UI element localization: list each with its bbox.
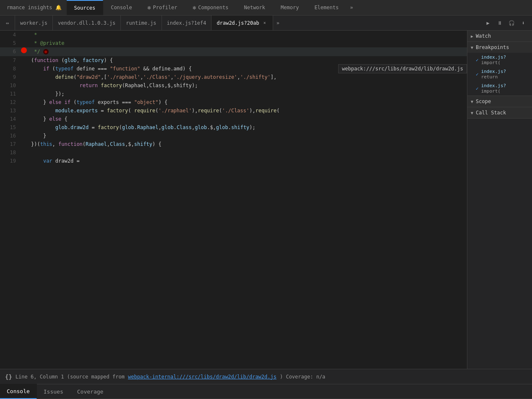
coverage-tab-label: Coverage: [77, 389, 104, 395]
scope-header[interactable]: ▼ Scope: [467, 96, 532, 107]
coverage-text: ) Coverage: n/a: [280, 374, 325, 380]
status-bar: {} Line 6, Column 1 (source mapped from …: [0, 369, 532, 384]
file-tab-worker-label: worker.js: [20, 20, 47, 26]
code-line-6: 6 */ ⊗: [0, 47, 467, 56]
nav-tab-profiler[interactable]: ❄ Profiler: [140, 0, 185, 15]
nav-more-button[interactable]: »: [347, 5, 356, 10]
code-line-19: 19 var draw2d =: [0, 157, 467, 165]
file-tab-worker[interactable]: worker.js: [15, 16, 53, 31]
code-line-16: 16 }: [0, 132, 467, 140]
file-tab-vendor[interactable]: vendor.dll.1.0.3.js: [53, 16, 121, 31]
console-tab-label: Console: [111, 5, 132, 10]
profiler-icon: ❄: [148, 5, 151, 11]
scope-label: Scope: [476, 98, 491, 104]
breakpoint-item-2[interactable]: ✓ index.js? return: [467, 67, 532, 81]
file-tabs-more-button[interactable]: »: [273, 20, 283, 26]
tab-issues[interactable]: Issues: [37, 384, 70, 399]
source-map-link[interactable]: webpack-internal:///src/libs/draw2d/lib/…: [128, 374, 276, 380]
code-editor: webpack:///src/libs/draw2d/lib/draw2d.js…: [0, 31, 467, 369]
memory-tab-label: Memory: [281, 5, 299, 10]
file-tab-draw2d-label: draw2d.js?20ab: [216, 20, 259, 26]
nav-tab-memory[interactable]: Memory: [273, 0, 307, 15]
call-stack-label: Call Stack: [476, 110, 506, 116]
code-line-5: 5 * @private: [0, 39, 467, 47]
code-line-10: 10 return factory(Raphael,Class,$,shifty…: [0, 81, 467, 90]
watch-section: ▶ Watch: [467, 31, 532, 42]
code-line-15: 15 glob.draw2d = factory(glob.Raphael,gl…: [0, 123, 467, 132]
tab-coverage[interactable]: Coverage: [70, 384, 111, 399]
code-line-14: 14 } else {: [0, 115, 467, 123]
code-line-11: 11 });: [0, 90, 467, 98]
call-stack-section: ▼ Call Stack: [467, 107, 532, 119]
call-stack-header[interactable]: ▼ Call Stack: [467, 107, 532, 118]
sidebar-toggle-button[interactable]: ⇔: [0, 16, 15, 31]
network-tab-label: Network: [244, 5, 265, 10]
code-line-9: 9 define("draw2d",['./raphael','./Class'…: [0, 73, 467, 81]
code-line-4: 4 *: [0, 31, 467, 39]
console-tab-label: Console: [7, 388, 30, 394]
breakpoints-section: ▼ Breakpoints ✓ index.js? import( ✓ inde…: [467, 42, 532, 96]
nav-tab-network[interactable]: Network: [236, 0, 273, 15]
watch-header[interactable]: ▶ Watch: [467, 31, 532, 41]
nav-tab-components[interactable]: ❄ Components: [185, 0, 236, 15]
file-tabs-bar: ⇔ worker.js vendor.dll.1.0.3.js runtime.…: [0, 16, 532, 31]
file-tab-index-label: index.js?1ef4: [167, 20, 206, 26]
bottom-section: Console Issues Coverage Default levels i…: [0, 384, 532, 399]
right-panel: ▶ Watch ▼ Breakpoints ✓ index.js? import…: [467, 31, 532, 369]
code-area[interactable]: 4 * 5 * @private 6 */ ⊗ 7 (function (glo: [0, 31, 467, 369]
scope-section: ▼ Scope: [467, 96, 532, 107]
breakpoint-check-icon-3: ✓: [476, 86, 479, 91]
code-line-17: 17 })(this, function(Raphael,Class,$,shi…: [0, 140, 467, 148]
toggle-icon: ⇔: [6, 20, 9, 26]
sources-tab-label: Sources: [74, 5, 96, 11]
nav-tab-console[interactable]: Console: [103, 0, 140, 15]
main-layout: webpack:///src/libs/draw2d/lib/draw2d.js…: [0, 31, 532, 369]
braces-icon: {}: [5, 373, 12, 380]
issues-tab-label: Issues: [44, 389, 63, 395]
breakpoints-label: Breakpoints: [476, 44, 509, 50]
pause-button[interactable]: ⏸: [494, 18, 505, 28]
url-tooltip: webpack:///src/libs/draw2d/lib/draw2d.js: [338, 64, 467, 73]
breakpoints-header[interactable]: ▼ Breakpoints: [467, 42, 532, 53]
code-line-18: 18: [0, 148, 467, 157]
file-tab-index[interactable]: index.js?1ef4: [162, 16, 212, 31]
code-line-7: 7 (function (glob, factory) {: [0, 56, 467, 65]
breakpoint-check-icon: ✓: [476, 57, 479, 63]
watch-chevron-icon: ▶: [471, 34, 473, 39]
watch-label: Watch: [476, 33, 491, 39]
file-tab-vendor-label: vendor.dll.1.0.3.js: [58, 20, 115, 26]
top-nav-bar: rmance insights 🔔 Sources Console ❄ Prof…: [0, 0, 532, 16]
down-button[interactable]: ⬇: [518, 18, 529, 28]
play-button[interactable]: ▶: [482, 18, 493, 28]
file-tab-draw2d[interactable]: draw2d.js?20ab ×: [211, 16, 273, 31]
headphone-button[interactable]: 🎧: [506, 18, 517, 28]
nav-tab-sources[interactable]: Sources: [67, 0, 104, 15]
profiler-tab-label: Profiler: [153, 5, 177, 10]
components-icon: ❄: [193, 5, 196, 11]
tab-console[interactable]: Console: [0, 384, 37, 399]
components-tab-label: Components: [198, 5, 228, 10]
file-tab-actions: ▶ ⏸ 🎧 ⬇: [482, 18, 532, 28]
breakpoint-item-3[interactable]: ✓ index.js? import(: [467, 81, 532, 96]
scope-chevron-icon: ▼: [471, 99, 473, 104]
status-text: Line 6, Column 1 (source mapped from: [16, 374, 125, 380]
brand-label: rmance insights 🔔: [2, 5, 67, 10]
file-tab-close-button[interactable]: ×: [262, 20, 268, 26]
file-tab-runtime-label: runtime.js: [126, 20, 156, 26]
breakpoint-item-1[interactable]: ✓ index.js? import(: [467, 53, 532, 67]
breakpoint-check-icon-2: ✓: [476, 72, 479, 77]
call-stack-chevron-icon: ▼: [471, 111, 473, 115]
code-line-13: 13 module.exports = factory( require('./…: [0, 106, 467, 115]
breakpoints-chevron-icon: ▼: [471, 45, 473, 50]
elements-tab-label: Elements: [314, 5, 339, 10]
breakpoint-marker: [21, 47, 27, 53]
bottom-tabs-bar: Console Issues Coverage: [0, 384, 532, 399]
nav-tab-elements[interactable]: Elements: [307, 0, 347, 15]
code-line-12: 12 } else if (typeof exports === "object…: [0, 98, 467, 106]
file-tab-runtime[interactable]: runtime.js: [121, 16, 162, 31]
